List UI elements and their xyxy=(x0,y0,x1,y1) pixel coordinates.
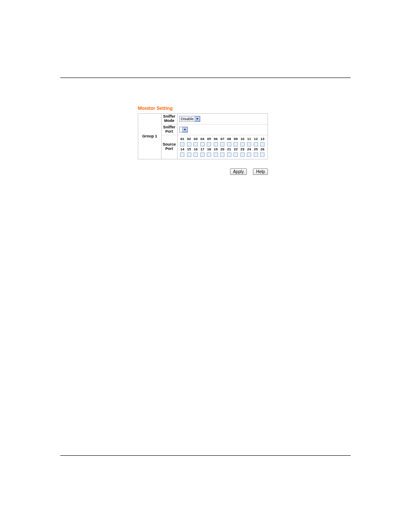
port-number: 24 xyxy=(246,147,253,152)
port-16-checkbox[interactable] xyxy=(193,152,198,157)
port-number: 14 xyxy=(179,147,186,152)
port-24-checkbox[interactable] xyxy=(247,152,251,157)
port-number: 04 xyxy=(199,137,206,141)
source-port-label: Source Port xyxy=(162,135,177,159)
port-number: 25 xyxy=(252,147,259,152)
port-number: 18 xyxy=(206,147,213,152)
port-22-checkbox[interactable] xyxy=(234,152,238,157)
port-checkbox-cell xyxy=(199,142,206,147)
port-checkbox-cell xyxy=(212,152,219,157)
port-11-checkbox[interactable] xyxy=(247,142,251,146)
port-number: 21 xyxy=(226,147,233,152)
port-checkbox-cell xyxy=(239,152,246,157)
port-checkbox-cell xyxy=(226,152,233,157)
port-checkbox-cell xyxy=(193,142,199,147)
port-number: 22 xyxy=(233,147,240,152)
port-number: 03 xyxy=(193,137,199,141)
port-number: 23 xyxy=(239,147,246,152)
port-checkbox-cell xyxy=(246,142,253,147)
port-number: 05 xyxy=(206,137,213,141)
button-bar: Apply Help xyxy=(138,167,268,175)
port-number: 09 xyxy=(233,137,240,141)
port-21-checkbox[interactable] xyxy=(227,152,231,157)
port-number: 26 xyxy=(259,147,266,152)
port-number: 17 xyxy=(199,147,206,152)
port-checkbox-cell xyxy=(259,152,266,157)
port-14-checkbox[interactable] xyxy=(180,152,184,157)
chevron-down-icon xyxy=(195,116,200,121)
port-checkbox-cell xyxy=(206,152,213,157)
port-number: 08 xyxy=(226,137,233,141)
port-number: 13 xyxy=(259,137,266,141)
port-checkbox-cell xyxy=(233,142,240,147)
port-15-checkbox[interactable] xyxy=(187,152,191,157)
port-number: 11 xyxy=(246,137,253,141)
port-01-checkbox[interactable] xyxy=(180,142,184,146)
port-checkbox-cell xyxy=(233,152,240,157)
port-number: 07 xyxy=(219,137,226,141)
sniffer-port-row: Sniffer Port xyxy=(162,124,268,135)
sniffer-port-select[interactable] xyxy=(179,127,188,133)
port-number: 16 xyxy=(193,147,199,152)
port-checkbox-cell xyxy=(246,152,253,157)
port-26-checkbox[interactable] xyxy=(260,152,265,157)
port-03-checkbox[interactable] xyxy=(193,142,198,146)
sniffer-port-label: Sniffer Port xyxy=(162,124,177,135)
port-07-checkbox[interactable] xyxy=(220,142,224,146)
chevron-down-icon xyxy=(182,127,187,132)
port-checkbox-cell xyxy=(193,152,199,157)
port-17-checkbox[interactable] xyxy=(200,152,205,157)
port-12-checkbox[interactable] xyxy=(254,142,258,146)
source-port-grid: 0102030405060708091011121314151617181920… xyxy=(179,136,266,158)
port-08-checkbox[interactable] xyxy=(227,142,231,146)
sniffer-mode-select[interactable]: Disable xyxy=(179,116,200,122)
port-checkbox-cell xyxy=(219,152,226,157)
port-25-checkbox[interactable] xyxy=(254,152,258,157)
port-number: 06 xyxy=(212,137,219,141)
source-port-row: Source Port 0102030405060708091011121314… xyxy=(162,135,268,159)
port-23-checkbox[interactable] xyxy=(240,152,245,157)
port-10-checkbox[interactable] xyxy=(240,142,245,146)
sniffer-mode-label: Sniffer Mode xyxy=(162,114,177,124)
port-checkbox-cell xyxy=(239,142,246,147)
port-checkbox-cell xyxy=(212,142,219,147)
sniffer-mode-row: Sniffer Mode Disable xyxy=(162,114,268,124)
port-18-checkbox[interactable] xyxy=(207,152,211,157)
port-05-checkbox[interactable] xyxy=(207,142,211,146)
monitor-panel: Group 1 Sniffer Mode Disable xyxy=(138,113,268,159)
port-checkbox-cell xyxy=(226,142,233,147)
port-checkbox-cell xyxy=(206,142,213,147)
port-checkbox-cell xyxy=(186,142,193,147)
sniffer-mode-value: Disable xyxy=(181,117,194,121)
port-number: 10 xyxy=(239,137,246,141)
port-checkbox-cell xyxy=(179,142,186,147)
port-number: 20 xyxy=(219,147,226,152)
port-13-checkbox[interactable] xyxy=(260,142,265,146)
port-04-checkbox[interactable] xyxy=(200,142,205,146)
group-label: Group 1 xyxy=(138,114,162,159)
section-title: Monitor Setting xyxy=(138,106,271,111)
port-checkbox-cell xyxy=(219,142,226,147)
port-checkbox-cell xyxy=(199,152,206,157)
port-checkbox-cell xyxy=(179,152,186,157)
port-06-checkbox[interactable] xyxy=(214,142,218,146)
port-checkbox-cell xyxy=(252,142,259,147)
help-button[interactable]: Help xyxy=(253,168,268,175)
port-09-checkbox[interactable] xyxy=(234,142,238,146)
port-number: 02 xyxy=(186,137,193,141)
apply-button[interactable]: Apply xyxy=(230,168,247,175)
port-19-checkbox[interactable] xyxy=(214,152,218,157)
port-checkbox-cell xyxy=(186,152,193,157)
footer-divider xyxy=(60,455,351,456)
port-number: 01 xyxy=(179,137,186,141)
port-number: 19 xyxy=(212,147,219,152)
port-checkbox-cell xyxy=(259,142,266,147)
monitor-setting-section: Monitor Setting Group 1 Sniffer Mode Dis… xyxy=(138,106,271,175)
header-divider xyxy=(60,78,351,78)
port-20-checkbox[interactable] xyxy=(220,152,224,157)
port-checkbox-cell xyxy=(252,152,259,157)
port-number: 12 xyxy=(252,137,259,141)
port-number: 15 xyxy=(186,147,193,152)
port-02-checkbox[interactable] xyxy=(187,142,191,146)
